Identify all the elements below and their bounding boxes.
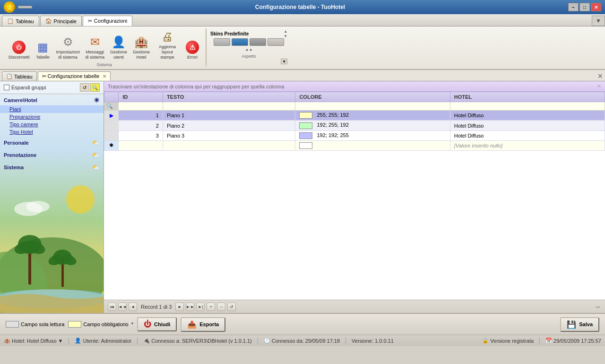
app-logo: 🌟: [4, 1, 15, 13]
row-indicator-1: ▶: [104, 111, 119, 121]
ribbon-messaggi[interactable]: ✉ Messaggidi sistema: [84, 34, 107, 61]
camere-hotel-header[interactable]: Camere\Hotel ☀: [0, 95, 104, 105]
skin-option-blue[interactable]: [232, 38, 248, 46]
connesso-status-icon: 🔌: [143, 338, 150, 344]
status-hotel[interactable]: 🏨 Hotel: Hotel Diffuso ▼: [4, 338, 63, 344]
table-row[interactable]: 2 Piano 2 192; 255; 192 Hotel Diffuso: [104, 121, 605, 130]
skins-scroll-up[interactable]: ▲: [284, 29, 287, 34]
connesso-da-text: Connesso da: 29/05/09 17:18: [272, 338, 340, 344]
group-header-bar: Trascinare un'intestazione di colonna qu…: [104, 81, 605, 92]
tab-options-button[interactable]: ▼: [592, 16, 605, 26]
ribbon: ⏻ Disconnetti ▦ Tabelle ⚙ Impostazionidi…: [0, 26, 605, 70]
sub-tab-tableau[interactable]: 📋 Tableau: [2, 71, 37, 81]
status-registrata: 🔒 Versione registrata: [482, 338, 534, 344]
ribbon-aggiorna[interactable]: 🖨 Aggiornalayout stampe: [154, 28, 181, 61]
status-sep-4: [346, 338, 346, 344]
ribbon-disconnetti[interactable]: ⏻ Disconnetti: [7, 39, 32, 61]
table-row[interactable]: 3 Piano 3 192; 192; 255 Hotel Diffuso: [104, 130, 605, 140]
utente-status-text: Utente: Administrator: [83, 338, 131, 344]
tree-section-camere: Camere\Hotel ☀ Piani Preparazione Tipo c…: [0, 94, 104, 137]
nav-prev-page-button[interactable]: ◄◄: [118, 303, 127, 311]
main-tab-bar: 📋 Tableau 🏠 Principale ✂ Configurazioni …: [0, 14, 605, 26]
nav-next-page-button[interactable]: ►►: [186, 303, 194, 311]
status-sep-3: [258, 338, 258, 344]
status-connesso-da: 🕐 Connesso da: 29/05/09 17:18: [264, 338, 340, 344]
camere-hotel-icon: ☀: [94, 96, 100, 104]
personale-header[interactable]: Personale ⛅: [0, 138, 104, 148]
refresh-tree-button[interactable]: ↺: [80, 83, 89, 92]
ribbon-gestione-hotel[interactable]: 🏨 GestioneHotel: [131, 34, 152, 61]
tree-item-piani[interactable]: Piani: [0, 105, 104, 113]
ribbon-collapse-button[interactable]: ▼: [281, 59, 287, 64]
table-row-new[interactable]: ✱ [Valore inserito nullo]: [104, 140, 605, 150]
close-window-button[interactable]: ✕: [591, 3, 601, 11]
sistema-header[interactable]: Sistema ⛅: [0, 162, 104, 173]
esporta-button[interactable]: 📤 Esporta: [181, 317, 225, 332]
col-header-colore[interactable]: COLORE: [295, 92, 450, 102]
col-header-id[interactable]: ID: [119, 92, 163, 102]
filter-colore[interactable]: [295, 102, 450, 111]
col-header-hotel[interactable]: HOTEL: [450, 92, 605, 102]
ribbon-tabelle[interactable]: ▦ Tabelle: [34, 39, 52, 61]
hotel-dropdown-icon: ▼: [58, 338, 63, 344]
nav-refresh-button[interactable]: ↺: [227, 303, 236, 311]
close-all-tabs-button[interactable]: ✕: [597, 72, 603, 80]
filter-colore-input[interactable]: [297, 104, 448, 109]
chiudi-label: Chiudi: [154, 321, 170, 327]
tab-principale[interactable]: 🏠 Principale: [40, 16, 82, 26]
tab-configurazioni[interactable]: ✂ Configurazioni: [83, 16, 132, 26]
skin-option-classic[interactable]: [268, 38, 284, 46]
nav-last-button[interactable]: ►|: [196, 303, 205, 311]
nav-horizontal-scroll[interactable]: ↔: [595, 303, 601, 311]
color-value-3: 192; 192; 255: [317, 132, 348, 138]
filter-hotel-input[interactable]: [452, 104, 603, 109]
svg-point-13: [0, 289, 104, 313]
prenotazione-header[interactable]: Prenotazione ⛅: [0, 150, 104, 160]
nav-prev-button[interactable]: ◄: [129, 303, 137, 311]
nav-first-button[interactable]: ⏮: [108, 303, 116, 311]
registrata-icon: 🔒: [482, 338, 489, 344]
main-data-area: Trascinare un'intestazione di colonna qu…: [104, 81, 605, 313]
status-bar: 🏨 Hotel: Hotel Diffuso ▼ 👤 Utente: Admin…: [0, 335, 605, 346]
bottom-bar: Campo sola lettura Campo obbligatorio * …: [0, 313, 605, 335]
filter-tree-button[interactable]: 🔍: [90, 83, 100, 92]
data-grid[interactable]: ID TESTO COLORE HOTEL 🔍: [104, 92, 605, 300]
legend-required-indicator: *: [131, 321, 133, 327]
personale-icon: ⛅: [92, 139, 100, 147]
sub-tab-close-button[interactable]: ✕: [103, 74, 106, 79]
tree-item-preparazione[interactable]: Preparazione: [0, 113, 104, 121]
chiudi-button[interactable]: ⏻ Chiudi: [137, 317, 177, 331]
filter-testo-input[interactable]: [165, 104, 294, 109]
skins-scroll-down[interactable]: ▼: [284, 34, 287, 38]
minimize-button[interactable]: −: [568, 3, 579, 11]
ribbon-gestione-utenti[interactable]: 👤 Gestioneutenti: [108, 34, 129, 61]
tree-item-tipo-camere[interactable]: Tipo camere: [0, 121, 104, 128]
filter-hotel[interactable]: [450, 102, 605, 111]
ribbon-errori[interactable]: ⚠ Errori: [183, 39, 202, 61]
nav-next-button[interactable]: ►: [175, 303, 184, 311]
skin-option-dark[interactable]: [250, 38, 266, 46]
nav-delete-button[interactable]: −: [217, 303, 225, 311]
tab-tableau[interactable]: 📋 Tableau: [2, 16, 39, 26]
tableau-tab-label: Tableau: [16, 18, 34, 24]
nav-add-button[interactable]: +: [207, 303, 215, 311]
filter-testo[interactable]: [163, 102, 295, 111]
sub-tab-config-tabelle[interactable]: ✂ Configurazione tabelle ✕: [38, 71, 111, 81]
tree-item-tipo-hotel[interactable]: Tipo Hotel: [0, 128, 104, 136]
table-row[interactable]: ▶ 1 Piano 1 255; 255; 192 Hotel Diffuso: [104, 111, 605, 121]
skins-scroll-left[interactable]: ◄: [245, 48, 249, 52]
salva-button[interactable]: 💾 Salva: [560, 317, 599, 332]
filter-id-input[interactable]: [121, 104, 161, 109]
skins-scroll-right[interactable]: ►: [250, 48, 253, 52]
col-header-testo[interactable]: TESTO: [163, 92, 295, 102]
maximize-button[interactable]: □: [579, 3, 590, 11]
skin-option-silver[interactable]: [214, 38, 230, 46]
cell-id-2: 2: [119, 121, 163, 130]
svg-point-0: [66, 185, 95, 214]
svg-point-8: [25, 239, 47, 256]
expand-checkbox[interactable]: [4, 85, 9, 90]
ribbon-impostazioni[interactable]: ⚙ Impostazionidi sistema: [54, 34, 82, 61]
filter-id[interactable]: [119, 102, 163, 111]
esporta-label: Esporta: [199, 321, 219, 327]
prenotazione-icon: ⛅: [92, 151, 100, 159]
